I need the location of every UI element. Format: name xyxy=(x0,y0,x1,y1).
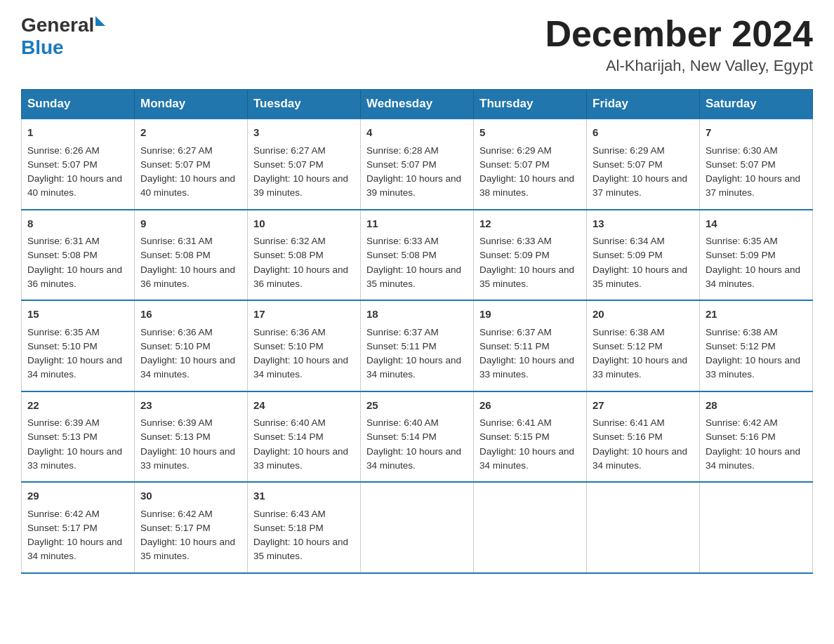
col-friday: Friday xyxy=(587,90,700,119)
calendar-cell: 2Sunrise: 6:27 AMSunset: 5:07 PMDaylight… xyxy=(135,119,248,210)
daylight-text: Daylight: 10 hours and 35 minutes. xyxy=(593,264,687,289)
day-number: 28 xyxy=(706,398,807,414)
sunset-text: Sunset: 5:07 PM xyxy=(27,159,98,170)
daylight-text: Daylight: 10 hours and 34 minutes. xyxy=(593,446,687,471)
calendar-cell: 28Sunrise: 6:42 AMSunset: 5:16 PMDayligh… xyxy=(700,391,813,483)
day-number: 18 xyxy=(366,307,468,323)
sunrise-text: Sunrise: 6:35 AM xyxy=(706,236,778,246)
daylight-text: Daylight: 10 hours and 36 minutes. xyxy=(253,264,348,289)
day-number: 4 xyxy=(366,125,468,141)
sunset-text: Sunset: 5:08 PM xyxy=(140,250,211,260)
sunset-text: Sunset: 5:09 PM xyxy=(706,250,776,260)
calendar-cell: 7Sunrise: 6:30 AMSunset: 5:07 PMDaylight… xyxy=(700,119,813,210)
calendar-cell: 30Sunrise: 6:42 AMSunset: 5:17 PMDayligh… xyxy=(135,482,248,573)
sunrise-text: Sunrise: 6:31 AM xyxy=(27,236,100,246)
calendar-title: December 2024 xyxy=(545,14,813,54)
day-number: 19 xyxy=(479,307,581,323)
calendar-header: Sunday Monday Tuesday Wednesday Thursday… xyxy=(22,90,813,119)
day-number: 6 xyxy=(593,125,694,141)
sunset-text: Sunset: 5:09 PM xyxy=(479,250,550,260)
sunset-text: Sunset: 5:07 PM xyxy=(479,159,550,170)
sunset-text: Sunset: 5:12 PM xyxy=(706,341,776,351)
calendar-cell: 29Sunrise: 6:42 AMSunset: 5:17 PMDayligh… xyxy=(22,482,135,573)
calendar-cell: 6Sunrise: 6:29 AMSunset: 5:07 PMDaylight… xyxy=(587,119,700,210)
sunrise-text: Sunrise: 6:29 AM xyxy=(479,145,552,156)
sunrise-text: Sunrise: 6:39 AM xyxy=(140,417,213,428)
calendar-cell: 9Sunrise: 6:31 AMSunset: 5:08 PMDaylight… xyxy=(135,210,248,301)
sunrise-text: Sunrise: 6:40 AM xyxy=(253,417,326,428)
sunrise-text: Sunrise: 6:31 AM xyxy=(140,236,213,246)
col-sunday: Sunday xyxy=(22,90,135,119)
sunrise-text: Sunrise: 6:30 AM xyxy=(706,145,778,156)
sunrise-text: Sunrise: 6:33 AM xyxy=(479,236,552,246)
daylight-text: Daylight: 10 hours and 33 minutes. xyxy=(253,446,348,471)
daylight-text: Daylight: 10 hours and 34 minutes. xyxy=(253,355,348,380)
day-number: 12 xyxy=(479,216,581,232)
sunset-text: Sunset: 5:07 PM xyxy=(140,159,211,170)
calendar-body: 1Sunrise: 6:26 AMSunset: 5:07 PMDaylight… xyxy=(22,119,813,573)
week-row-2: 8Sunrise: 6:31 AMSunset: 5:08 PMDaylight… xyxy=(22,210,813,301)
calendar-cell: 22Sunrise: 6:39 AMSunset: 5:13 PMDayligh… xyxy=(22,391,135,483)
sunset-text: Sunset: 5:08 PM xyxy=(253,250,324,260)
sunrise-text: Sunrise: 6:27 AM xyxy=(140,145,213,156)
daylight-text: Daylight: 10 hours and 34 minutes. xyxy=(27,355,122,380)
calendar-cell xyxy=(587,482,700,573)
sunrise-text: Sunrise: 6:39 AM xyxy=(27,417,100,428)
sunrise-text: Sunrise: 6:32 AM xyxy=(253,236,326,246)
sunset-text: Sunset: 5:07 PM xyxy=(706,159,776,170)
sunrise-text: Sunrise: 6:38 AM xyxy=(593,327,665,337)
daylight-text: Daylight: 10 hours and 40 minutes. xyxy=(140,173,235,198)
sunset-text: Sunset: 5:17 PM xyxy=(140,523,211,533)
daylight-text: Daylight: 10 hours and 34 minutes. xyxy=(366,446,461,471)
sunset-text: Sunset: 5:17 PM xyxy=(27,523,98,533)
sunset-text: Sunset: 5:08 PM xyxy=(27,250,98,260)
daylight-text: Daylight: 10 hours and 34 minutes. xyxy=(706,446,800,471)
sunrise-text: Sunrise: 6:37 AM xyxy=(479,327,552,337)
sunset-text: Sunset: 5:16 PM xyxy=(593,431,663,442)
day-number: 16 xyxy=(140,307,241,323)
calendar-cell: 24Sunrise: 6:40 AMSunset: 5:14 PMDayligh… xyxy=(248,391,361,483)
day-number: 9 xyxy=(140,216,241,232)
sunset-text: Sunset: 5:16 PM xyxy=(706,431,776,442)
week-row-3: 15Sunrise: 6:35 AMSunset: 5:10 PMDayligh… xyxy=(22,300,813,391)
calendar-cell: 19Sunrise: 6:37 AMSunset: 5:11 PMDayligh… xyxy=(474,300,587,391)
day-number: 3 xyxy=(253,125,355,141)
sunset-text: Sunset: 5:10 PM xyxy=(253,341,324,351)
sunset-text: Sunset: 5:10 PM xyxy=(27,341,98,351)
calendar-cell: 15Sunrise: 6:35 AMSunset: 5:10 PMDayligh… xyxy=(22,300,135,391)
day-number: 5 xyxy=(479,125,581,141)
col-tuesday: Tuesday xyxy=(248,90,361,119)
sunset-text: Sunset: 5:13 PM xyxy=(27,431,98,442)
daylight-text: Daylight: 10 hours and 39 minutes. xyxy=(253,173,348,198)
day-number: 17 xyxy=(253,307,355,323)
sunset-text: Sunset: 5:07 PM xyxy=(593,159,663,170)
day-number: 25 xyxy=(366,398,468,414)
daylight-text: Daylight: 10 hours and 34 minutes. xyxy=(27,537,122,561)
sunrise-text: Sunrise: 6:34 AM xyxy=(593,236,665,246)
daylight-text: Daylight: 10 hours and 33 minutes. xyxy=(706,355,800,380)
calendar-cell: 3Sunrise: 6:27 AMSunset: 5:07 PMDaylight… xyxy=(248,119,361,210)
sunset-text: Sunset: 5:13 PM xyxy=(140,431,211,442)
day-number: 11 xyxy=(366,216,468,232)
calendar-cell: 26Sunrise: 6:41 AMSunset: 5:15 PMDayligh… xyxy=(474,391,587,483)
daylight-text: Daylight: 10 hours and 40 minutes. xyxy=(27,173,122,198)
calendar-cell: 20Sunrise: 6:38 AMSunset: 5:12 PMDayligh… xyxy=(587,300,700,391)
week-row-1: 1Sunrise: 6:26 AMSunset: 5:07 PMDaylight… xyxy=(22,119,813,210)
day-number: 2 xyxy=(140,125,241,141)
daylight-text: Daylight: 10 hours and 34 minutes. xyxy=(140,355,235,380)
daylight-text: Daylight: 10 hours and 34 minutes. xyxy=(366,355,461,380)
sunset-text: Sunset: 5:10 PM xyxy=(140,341,211,351)
day-number: 20 xyxy=(593,307,694,323)
sunrise-text: Sunrise: 6:35 AM xyxy=(27,327,100,337)
day-number: 29 xyxy=(27,488,128,504)
daylight-text: Daylight: 10 hours and 35 minutes. xyxy=(253,537,348,561)
calendar-cell: 12Sunrise: 6:33 AMSunset: 5:09 PMDayligh… xyxy=(474,210,587,301)
calendar-cell: 25Sunrise: 6:40 AMSunset: 5:14 PMDayligh… xyxy=(361,391,474,483)
day-number: 10 xyxy=(253,216,355,232)
daylight-text: Daylight: 10 hours and 34 minutes. xyxy=(706,264,800,289)
week-row-5: 29Sunrise: 6:42 AMSunset: 5:17 PMDayligh… xyxy=(22,482,813,573)
day-number: 1 xyxy=(27,125,128,141)
sunset-text: Sunset: 5:11 PM xyxy=(366,341,437,351)
sunrise-text: Sunrise: 6:41 AM xyxy=(479,417,552,428)
logo-blue-text: Blue xyxy=(21,36,105,59)
